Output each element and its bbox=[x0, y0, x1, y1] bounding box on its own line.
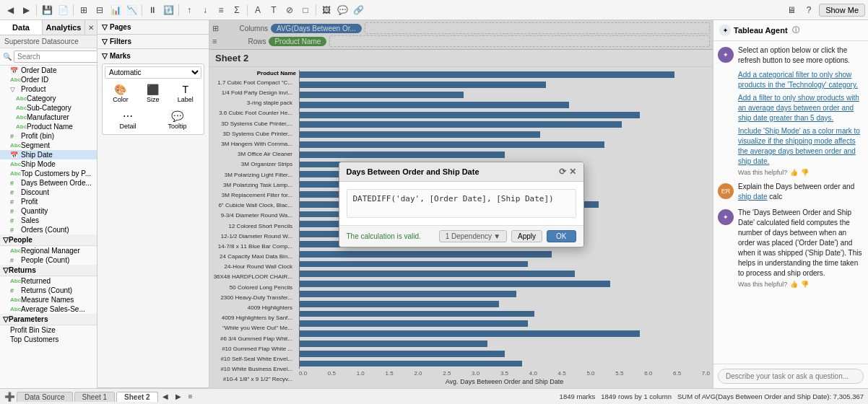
field-top-customers[interactable]: Abc Top Customers by P... bbox=[0, 169, 97, 178]
image-btn[interactable]: 🖼 bbox=[319, 3, 334, 17]
field-people-count[interactable]: # People (Count) bbox=[0, 255, 97, 265]
grid-btn[interactable]: ⊟ bbox=[92, 3, 107, 17]
modal-formula[interactable]: DATEDIFF('day', [Order Date], [Ship Date… bbox=[347, 189, 576, 218]
field-ship-mode[interactable]: Abc Ship Mode bbox=[0, 159, 97, 169]
field-product-name[interactable]: Abc Product Name bbox=[0, 122, 97, 131]
color-btn[interactable]: □ bbox=[298, 3, 313, 17]
field-returned[interactable]: Abc Returned bbox=[0, 276, 97, 286]
field-profit[interactable]: # Profit bbox=[0, 197, 97, 206]
section-returns[interactable]: ▽ Returns bbox=[0, 265, 97, 276]
option-link-2[interactable]: Add a filter to only show products with … bbox=[738, 94, 859, 122]
refresh-btn[interactable]: 🔃 bbox=[161, 3, 175, 17]
option-link-3[interactable]: Include 'Ship Mode' as a color mark to v… bbox=[738, 127, 860, 165]
section-label: Parameters bbox=[9, 315, 48, 323]
marks-label-btn[interactable]: T Label bbox=[174, 82, 197, 105]
link-btn[interactable]: 🔗 bbox=[351, 3, 365, 17]
tab-sheet2[interactable]: Sheet 2 bbox=[116, 392, 158, 402]
agent-avatar-1: ✦ bbox=[718, 47, 734, 63]
help-btn[interactable]: ? bbox=[802, 3, 816, 17]
field-subcategory[interactable]: Abc Sub-Category bbox=[0, 103, 97, 113]
field-category[interactable]: Abc Category bbox=[0, 94, 97, 103]
marks-type-select[interactable]: Automatic Bar Line Area Circle Square Te… bbox=[105, 66, 201, 79]
msg-bubble-2: Explain the Days between order and ship … bbox=[738, 182, 864, 202]
field-order-date[interactable]: 📅 Order Date bbox=[0, 66, 97, 75]
field-returns-count[interactable]: # Returns (Count) bbox=[0, 286, 97, 295]
sheet-tabs: ➕ Data Source Sheet 1 Sheet 2 ◀ ▶ ≡ bbox=[4, 392, 196, 402]
sort-desc-btn[interactable]: ↓ bbox=[198, 3, 212, 17]
dependency-btn[interactable]: 1 Dependency ▼ bbox=[439, 230, 507, 242]
msg-option-3[interactable]: Include 'Ship Mode' as a color mark to v… bbox=[738, 126, 864, 167]
pause-btn[interactable]: ⏸ bbox=[145, 3, 160, 17]
field-ship-date[interactable]: 📅 Ship Date bbox=[0, 150, 97, 159]
marks-tooltip-btn[interactable]: 💬 Tooltip bbox=[164, 108, 190, 132]
agent-info-icon[interactable]: ⓘ bbox=[792, 25, 799, 35]
text-btn[interactable]: A bbox=[251, 3, 265, 17]
section-parameters[interactable]: ▽ Parameters bbox=[0, 314, 97, 325]
back-btn[interactable]: ◀ bbox=[3, 3, 17, 17]
show-me-button[interactable]: Show Me bbox=[819, 4, 865, 17]
marks-size-btn[interactable]: ⬛ Size bbox=[143, 82, 163, 105]
tab-data-source[interactable]: Data Source bbox=[17, 392, 73, 402]
pages-header[interactable]: ▽ Pages bbox=[102, 22, 204, 32]
marks-header[interactable]: ▽ Marks bbox=[102, 50, 204, 61]
forward-btn[interactable]: ▶ bbox=[19, 3, 33, 17]
thumbs-down-3[interactable]: 👎 bbox=[801, 281, 809, 288]
field-days-between[interactable]: # Days Between Orde... bbox=[0, 178, 97, 188]
date-icon: 📅 bbox=[10, 152, 19, 159]
add-sheet-btn[interactable]: ➕ bbox=[4, 392, 15, 402]
device-btn[interactable]: 🖥 bbox=[784, 3, 799, 17]
param-profit-bin[interactable]: Profit Bin Size bbox=[0, 325, 97, 335]
thumbs-down-1[interactable]: 👎 bbox=[801, 169, 809, 176]
tooltip-btn[interactable]: 💬 bbox=[335, 3, 350, 17]
search-input[interactable] bbox=[14, 50, 97, 63]
sheet-options[interactable]: ≡ bbox=[186, 392, 196, 400]
format-btn[interactable]: T bbox=[266, 3, 281, 17]
brush-btn[interactable]: ⊘ bbox=[282, 3, 297, 17]
field-quantity[interactable]: # Quantity bbox=[0, 206, 97, 216]
field-measure-names[interactable]: Abc Measure Names bbox=[0, 295, 97, 304]
field-profit-bin[interactable]: # Profit (bin) bbox=[0, 131, 97, 141]
sheet-nav-left[interactable]: ◀ bbox=[160, 392, 171, 400]
chart2-btn[interactable]: 📉 bbox=[124, 3, 139, 17]
field-sales[interactable]: # Sales bbox=[0, 216, 97, 225]
apply-btn[interactable]: Apply bbox=[511, 230, 542, 242]
field-discount[interactable]: # Discount bbox=[0, 188, 97, 197]
modal-icon-1[interactable]: ⟳ bbox=[559, 167, 566, 177]
field-order-id[interactable]: Abc Order ID bbox=[0, 75, 97, 84]
msg-option-1[interactable]: Add a categorical filter to only show pr… bbox=[738, 70, 864, 90]
field-segment[interactable]: Abc Segment bbox=[0, 141, 97, 150]
field-manufacturer[interactable]: Abc Manufacturer bbox=[0, 113, 97, 122]
agent-avatar-2: ER bbox=[718, 183, 734, 199]
tab-data[interactable]: Data bbox=[0, 20, 43, 35]
sort-asc-btn[interactable]: ↑ bbox=[182, 3, 196, 17]
msg-option-2[interactable]: Add a filter to only show products with … bbox=[738, 93, 864, 123]
thumbs-up-3[interactable]: 👍 bbox=[790, 281, 798, 288]
agent-input[interactable] bbox=[718, 369, 864, 384]
thumbs-up-1[interactable]: 👍 bbox=[790, 169, 798, 176]
marks-detail-btn[interactable]: ⋯ Detail bbox=[116, 108, 139, 132]
chart-btn[interactable]: 📊 bbox=[108, 3, 123, 17]
field-product-folder[interactable]: ▽ Product bbox=[0, 84, 97, 94]
ok-btn[interactable]: OK bbox=[547, 230, 576, 242]
marks-color-btn[interactable]: 🎨 Color bbox=[109, 82, 132, 105]
tab-sheet1[interactable]: Sheet 1 bbox=[74, 392, 115, 402]
modal-close-btn[interactable]: ✕ bbox=[569, 167, 576, 177]
sheet-nav-right[interactable]: ▶ bbox=[173, 392, 184, 400]
filters-header[interactable]: ▽ Filters bbox=[102, 36, 204, 47]
section-label: People bbox=[9, 236, 32, 244]
label-btn[interactable]: Σ bbox=[230, 3, 244, 17]
field-avg-sales[interactable]: Abc Average Sales-Se... bbox=[0, 304, 97, 314]
connect-btn[interactable]: ⊞ bbox=[77, 3, 91, 17]
tab-analytics[interactable]: Analytics bbox=[43, 20, 85, 35]
close-panel-btn[interactable]: ✕ bbox=[85, 20, 97, 35]
param-top-customers[interactable]: Top Customers bbox=[0, 335, 97, 344]
field-regional-manager[interactable]: Abc Regional Manager bbox=[0, 246, 97, 255]
section-people[interactable]: ▽ People bbox=[0, 234, 97, 246]
option-link-1[interactable]: Add a categorical filter to only show pr… bbox=[738, 71, 858, 89]
field-orders-count[interactable]: # Orders (Count) bbox=[0, 225, 97, 234]
group-btn[interactable]: ≡ bbox=[214, 3, 228, 17]
ship-date-link[interactable]: ship date bbox=[738, 193, 768, 201]
field-label: Ship Mode bbox=[21, 160, 56, 168]
save-btn[interactable]: 💾 bbox=[40, 3, 54, 17]
new-btn[interactable]: 📄 bbox=[56, 3, 70, 17]
